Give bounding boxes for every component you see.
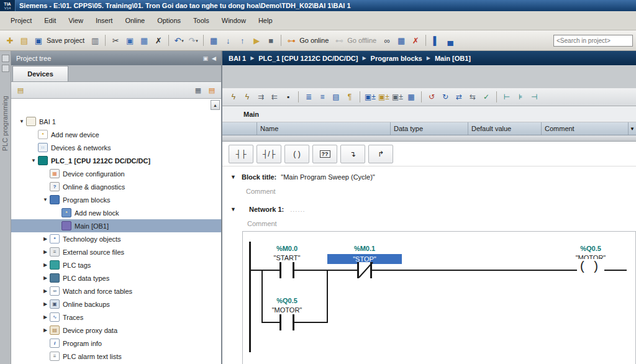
new-item-icon[interactable]: ▤ xyxy=(15,84,26,96)
tree-item-add-new-device[interactable]: *Add new device xyxy=(11,128,221,141)
tree-item-program-info[interactable]: iProgram info xyxy=(11,337,221,350)
block-title-value[interactable]: "Main Program Sweep (Cycle)" xyxy=(281,173,375,181)
breadcrumb-item-main-ob1[interactable]: Main [OB1] xyxy=(435,55,471,62)
favorites-display-button[interactable]: ▦ xyxy=(405,91,417,103)
split-editor-vertical-button[interactable]: ▄ xyxy=(443,34,457,47)
motor-coil[interactable]: ( ) xyxy=(577,259,604,273)
tree-collapsed-arrow-icon[interactable]: ▶ xyxy=(41,275,50,281)
cut-button[interactable]: ✂ xyxy=(109,34,122,47)
update-block-calls-button[interactable]: ↺ xyxy=(425,91,438,103)
snapshot-values-button[interactable]: ↻ xyxy=(439,91,452,103)
print-button[interactable]: ▥ xyxy=(88,34,102,47)
device-overview-icon[interactable]: ▤ xyxy=(206,84,217,96)
insert-contact-shortcut[interactable]: ⊢ xyxy=(501,91,513,103)
tab-devices[interactable]: Devices xyxy=(12,66,68,81)
go-offline-button-label[interactable]: Go offline xyxy=(347,37,376,44)
tree-collapsed-arrow-icon[interactable]: ▶ xyxy=(41,236,50,242)
tree-collapsed-arrow-icon[interactable]: ▶ xyxy=(41,288,50,294)
go-offline-button[interactable]: ⊷ xyxy=(332,34,346,47)
interface-splitter[interactable] xyxy=(222,135,636,142)
branch-motor-name[interactable]: "MOTOR" xyxy=(250,306,324,314)
empty-box-button[interactable]: ?? xyxy=(312,145,337,163)
branch-motor-address[interactable]: %Q0.5 xyxy=(250,297,324,304)
delete-button[interactable]: ✗ xyxy=(152,34,165,47)
undo-button-dropdown-icon[interactable]: ▾ xyxy=(181,39,184,43)
column-data-type[interactable]: Data type xyxy=(391,122,468,135)
branch-motor-contact[interactable] xyxy=(279,314,294,330)
tree-item-online-diagnostics[interactable]: ?Online & diagnostics xyxy=(11,180,221,193)
cancel-connection-button[interactable]: ✗ xyxy=(409,34,422,47)
tree-item-external-source-files[interactable]: ▶≡External source files xyxy=(11,245,221,258)
delete-network-button[interactable]: ϟ xyxy=(241,91,253,103)
start-simulation-button[interactable]: ▦ xyxy=(394,34,408,47)
table-scroll-button[interactable]: ▼ xyxy=(629,122,636,135)
new-project-button[interactable]: ✚ xyxy=(3,34,17,47)
menu-project[interactable]: Project xyxy=(5,14,37,27)
float-panel-icon[interactable]: ▣ xyxy=(203,55,209,61)
apply-snapshot-button[interactable]: ⇄ xyxy=(453,91,465,103)
start-contact-address[interactable]: %M0.0 xyxy=(250,245,324,252)
insert-row-button[interactable]: ⇉ xyxy=(255,91,267,103)
save-project-button[interactable]: ▣ xyxy=(32,34,45,47)
tree-expanded-arrow-icon[interactable]: ▼ xyxy=(41,197,50,202)
menu-online[interactable]: Online xyxy=(119,14,150,27)
details-view-icon[interactable]: ▦ xyxy=(193,84,204,96)
tree-item-online-backups[interactable]: ▶▣Online backups xyxy=(11,298,221,311)
stop-cpu-button[interactable]: ■ xyxy=(264,34,278,47)
tree-collapsed-arrow-icon[interactable]: ▶ xyxy=(41,327,50,333)
monitor-values-button[interactable]: ✓ xyxy=(480,91,493,103)
column-comment[interactable]: Comment xyxy=(542,122,629,135)
motor-coil-address[interactable]: %Q0.5 xyxy=(553,245,628,252)
insert-separator-button[interactable]: ▪ xyxy=(282,91,294,103)
network-title[interactable]: Network 1: xyxy=(249,206,284,213)
column-name[interactable]: Name xyxy=(257,122,391,135)
tree-scrollbar-up[interactable]: ▲ xyxy=(211,100,220,110)
close-all-networks-button[interactable]: ≡ xyxy=(316,91,329,103)
start-cpu-button[interactable]: ▶ xyxy=(250,34,263,47)
menu-options[interactable]: Options xyxy=(152,14,186,27)
menu-tools[interactable]: Tools xyxy=(188,14,215,27)
tree-item-plc-alarm-text-lists[interactable]: ≡PLC alarm text lists xyxy=(11,350,221,363)
stop-contact-address[interactable]: %M0.1 xyxy=(327,245,402,252)
save-project-button-label[interactable]: Save project xyxy=(47,37,84,44)
tree-expanded-arrow-icon[interactable]: ▼ xyxy=(29,158,38,163)
network-canvas[interactable]: %M0.0 "START" %M0.1 "STOP" %Q0.5 "MOTOR"… xyxy=(242,231,636,364)
tree-item-plc-1-cpu-1212c-dc-dc-dc[interactable]: ▼PLC_1 [CPU 1212C DC/DC/DC] xyxy=(11,154,221,167)
tree-collapsed-arrow-icon[interactable]: ▶ xyxy=(41,314,50,320)
strip-collapse-icon[interactable] xyxy=(2,65,9,72)
tree-item-program-blocks[interactable]: ▼Program blocks xyxy=(11,193,221,206)
tree-expanded-arrow-icon[interactable]: ▼ xyxy=(17,119,26,124)
compile-button[interactable]: ▦ xyxy=(207,34,220,47)
stop-nc-contact[interactable] xyxy=(357,262,372,278)
menu-window[interactable]: Window xyxy=(216,14,252,27)
menu-help[interactable]: Help xyxy=(253,14,278,27)
coil-button[interactable]: ( ) xyxy=(284,145,309,163)
tree-item-plc-data-types[interactable]: ▶PLC data types xyxy=(11,271,221,284)
breadcrumb-item-bai-1[interactable]: BAI 1 xyxy=(229,55,246,62)
insert-coil-shortcut[interactable]: ⊣ xyxy=(528,91,540,103)
close-branch-button[interactable]: ↱ xyxy=(368,145,393,163)
column-default-value[interactable]: Default value xyxy=(468,122,542,135)
copy-button[interactable]: ▣ xyxy=(123,34,137,47)
tree-collapsed-arrow-icon[interactable]: ▶ xyxy=(41,301,50,307)
start-no-contact[interactable] xyxy=(279,262,294,278)
breadcrumb-item-plc-1-cpu-1212c-dc-dc-dc[interactable]: PLC_1 [CPU 1212C DC/DC/DC] xyxy=(258,55,358,62)
tree-item-plc-tags[interactable]: ▶PLC tags xyxy=(11,258,221,271)
tree-item-devices-networks[interactable]: ∷Devices & networks xyxy=(11,141,221,154)
block-comment[interactable]: Comment xyxy=(222,184,636,196)
tree-item-technology-objects[interactable]: ▶*Technology objects xyxy=(11,232,221,245)
split-editor-horizontal-button[interactable]: ▌ xyxy=(429,34,443,47)
network-comment[interactable]: Comment xyxy=(222,216,636,231)
load-values-button[interactable]: ⇆ xyxy=(466,91,479,103)
open-all-networks-button[interactable]: ≣ xyxy=(302,91,315,103)
open-branch-button[interactable]: ↴ xyxy=(340,145,365,163)
paste-button[interactable]: ▦ xyxy=(137,34,151,47)
tree-collapsed-arrow-icon[interactable]: ▶ xyxy=(41,249,50,255)
tree-collapsed-arrow-icon[interactable]: ▶ xyxy=(41,262,50,268)
download-to-device-button[interactable]: ↓ xyxy=(221,34,235,47)
tree-item-main-ob1[interactable]: Main [OB1] xyxy=(11,219,221,232)
absolute-operands-button[interactable]: ▣± xyxy=(364,91,376,103)
tree-item-watch-and-force-tables[interactable]: ▶∞Watch and force tables xyxy=(11,284,221,298)
operand-display-button[interactable]: ▣± xyxy=(391,91,404,103)
comments-toggle-button[interactable]: ¶ xyxy=(343,91,356,103)
